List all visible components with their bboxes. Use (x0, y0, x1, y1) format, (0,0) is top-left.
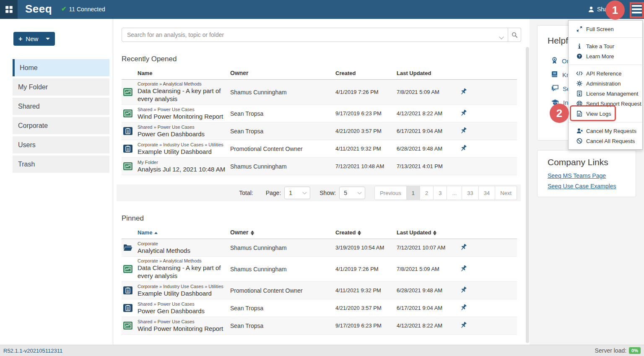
analysis-icon (122, 162, 138, 170)
breadcrumb[interactable]: Corporate » Analytical Methods (138, 258, 226, 263)
menu-item-license-management[interactable]: License Management (569, 88, 642, 99)
userx-icon (576, 128, 583, 134)
item-name[interactable]: Power Gen Dashboards (138, 307, 226, 315)
page-button-34[interactable]: 34 (479, 186, 495, 200)
new-button[interactable]: + New (13, 32, 55, 46)
app-switcher-button[interactable] (0, 0, 18, 19)
owner-cell: Promotional Content Owner (230, 287, 335, 294)
page-button-previous[interactable]: Previous (374, 186, 407, 200)
created-cell: 4/11/2021 9:32 PM (335, 287, 397, 294)
breadcrumb[interactable]: Shared » Power Use Cases (138, 319, 226, 324)
menu-item-learn-more[interactable]: ?Learn More (569, 51, 642, 61)
menu-item-api-reference[interactable]: API Reference (569, 68, 642, 78)
table-row[interactable]: Shared » Power Use CasesPower Gen Dashbo… (122, 122, 517, 140)
pin-icon[interactable] (460, 246, 467, 252)
pinned-title: Pinned (122, 214, 144, 223)
item-name[interactable]: Analysis Jul 12, 2021 10:48 AM (138, 165, 226, 173)
pin-icon[interactable] (460, 288, 467, 295)
pin-icon[interactable] (460, 129, 467, 135)
pin-icon[interactable] (460, 267, 467, 273)
owner-cell: Shamus Cunningham (230, 266, 335, 273)
breadcrumb[interactable]: Shared » Power Use Cases (138, 107, 226, 112)
page-button-1[interactable]: 1 (407, 186, 420, 200)
menu-item-full-screen[interactable]: Full Screen (569, 24, 642, 34)
page-button-next[interactable]: Next (495, 186, 517, 200)
pin-icon[interactable] (460, 112, 467, 118)
item-name[interactable]: Data Cleansing - A key part of every ana… (138, 87, 226, 103)
pin-icon[interactable] (460, 324, 467, 330)
page-button-3[interactable]: 3 (434, 186, 447, 200)
menu-item-take-a-tour[interactable]: Take a Tour (569, 41, 642, 51)
question-icon: ? (576, 53, 583, 59)
menu-divider (569, 122, 642, 122)
breadcrumb[interactable]: Shared » Power Use Cases (138, 125, 226, 130)
sidebar-item-corporate[interactable]: Corporate (13, 117, 109, 134)
item-name[interactable]: Wind Power Monitoring Report (138, 325, 226, 333)
table-row[interactable]: Shared » Power Use CasesWind Power Monit… (122, 105, 517, 122)
show-select[interactable]: 5 (339, 187, 365, 199)
table-row[interactable]: Corporate » Analytical MethodsData Clean… (122, 257, 517, 282)
search-button[interactable] (508, 28, 521, 42)
breadcrumb[interactable]: Corporate » Analytical Methods (138, 81, 226, 86)
table-row[interactable]: CorporateAnalytical MethodsShamus Cunnin… (122, 239, 517, 257)
analysis-icon (122, 322, 138, 330)
page-select[interactable]: 1 (284, 187, 310, 199)
user-menu[interactable]: Sha (588, 6, 608, 13)
breadcrumb[interactable]: My Folder (138, 160, 226, 165)
vertical-scrollbar[interactable] (526, 47, 529, 343)
pin-icon[interactable] (460, 147, 467, 153)
item-name[interactable]: Power Gen Dashboards (138, 130, 226, 138)
menu-divider (569, 37, 642, 38)
top-navbar: Seeq ✔ 11 Connected Sha (0, 0, 644, 19)
table-row[interactable]: Shared » Power Use CasesPower Gen Dashbo… (122, 299, 517, 317)
menu-item-cancel-my-requests[interactable]: Cancel My Requests (569, 126, 642, 136)
chevron-down-icon[interactable] (500, 33, 503, 40)
pinned-table: NameOwnerCreatedLast UpdatedCorporateAna… (122, 227, 517, 335)
sidebar-item-label: Shared (18, 103, 40, 110)
sidebar-item-my-folder[interactable]: My Folder (13, 78, 109, 96)
item-name[interactable]: Example Utility Dashboard (138, 289, 226, 297)
sidebar-item-trash[interactable]: Trash (13, 156, 109, 173)
analysis-icon (122, 265, 138, 273)
seeq-logo[interactable]: Seeq (25, 3, 52, 16)
column-header-last-updated: Last Updated (397, 70, 459, 76)
breadcrumb[interactable]: Corporate » Industry Use Cases » Utiliti… (138, 142, 226, 147)
recently-opened-table: NameOwnerCreatedLast UpdatedCorporate » … (122, 68, 517, 175)
item-name[interactable]: Wind Power Monitoring Report (138, 112, 226, 120)
page-button-2[interactable]: 2 (420, 186, 434, 200)
menu-item-administration[interactable]: Administration (569, 78, 642, 88)
sidebar-item-home[interactable]: Home (13, 59, 109, 76)
page-button-ellipsis[interactable]: ... (447, 186, 462, 200)
table-row[interactable]: Corporate » Analytical MethodsData Clean… (122, 80, 517, 105)
topic-icon (122, 127, 138, 135)
folder-icon (122, 244, 138, 251)
server-load-badge[interactable]: 0% (629, 347, 641, 354)
table-row[interactable]: Corporate » Industry Use Cases » Utiliti… (122, 282, 517, 299)
search-input[interactable] (122, 28, 508, 42)
sidebar-item-shared[interactable]: Shared (13, 98, 109, 115)
connection-status[interactable]: ✔ 11 Connected (61, 6, 105, 13)
column-header-last-updated[interactable]: Last Updated (397, 229, 459, 236)
page-button-33[interactable]: 33 (462, 186, 478, 200)
item-name[interactable]: Analytical Methods (138, 247, 226, 255)
company-link-seeq-use-case-examples[interactable]: Seeq Use Case Examples (548, 183, 636, 190)
table-row[interactable]: My FolderAnalysis Jul 12, 2021 10:48 AMS… (122, 158, 517, 175)
item-name[interactable]: Example Utility Dashboard (138, 148, 226, 156)
column-header-created[interactable]: Created (335, 229, 397, 236)
table-row[interactable]: Shared » Power Use CasesWind Power Monit… (122, 317, 517, 335)
breadcrumb[interactable]: Corporate » Industry Use Cases » Utiliti… (138, 284, 226, 289)
pin-icon[interactable] (460, 90, 467, 96)
breadcrumb[interactable]: Corporate (138, 241, 226, 246)
breadcrumb[interactable]: Shared » Power Use Cases (138, 301, 226, 307)
sidebar-item-users[interactable]: Users (13, 136, 109, 153)
column-header-owner[interactable]: Owner (230, 229, 335, 236)
column-header-name[interactable]: Name (138, 229, 230, 236)
table-row[interactable]: Corporate » Industry Use Cases » Utiliti… (122, 140, 517, 158)
owner-cell: Sean Tropsa (230, 128, 335, 135)
company-link-seeq-ms-teams-page[interactable]: Seeq MS Teams Page (548, 172, 636, 179)
created-cell: 7/12/2021 10:48 AM (335, 163, 397, 169)
chevron-down-icon[interactable] (46, 38, 50, 40)
pin-icon[interactable] (460, 306, 467, 312)
menu-item-cancel-all-requests[interactable]: Cancel All Requests (569, 136, 642, 146)
item-name[interactable]: Data Cleansing - A key part of every ana… (138, 264, 226, 280)
